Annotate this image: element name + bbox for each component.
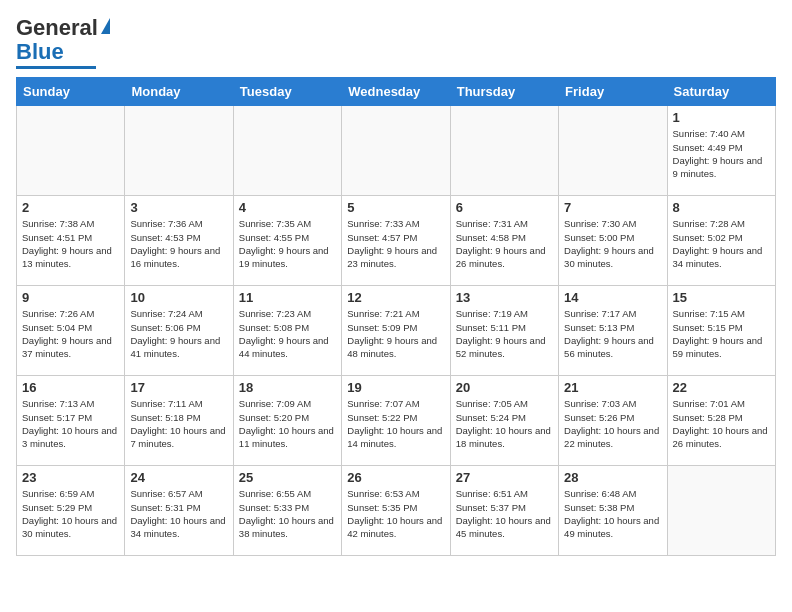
- day-number: 26: [347, 470, 444, 485]
- day-info: Sunrise: 7:38 AM Sunset: 4:51 PM Dayligh…: [22, 217, 119, 270]
- day-number: 10: [130, 290, 227, 305]
- day-number: 23: [22, 470, 119, 485]
- calendar-cell: [667, 466, 775, 556]
- logo: General Blue: [16, 16, 110, 69]
- calendar-cell: 21Sunrise: 7:03 AM Sunset: 5:26 PM Dayli…: [559, 376, 667, 466]
- day-info: Sunrise: 7:30 AM Sunset: 5:00 PM Dayligh…: [564, 217, 661, 270]
- calendar-table: SundayMondayTuesdayWednesdayThursdayFrid…: [16, 77, 776, 556]
- logo-general: General: [16, 16, 98, 40]
- weekday-header-thursday: Thursday: [450, 78, 558, 106]
- calendar-cell: 1Sunrise: 7:40 AM Sunset: 4:49 PM Daylig…: [667, 106, 775, 196]
- day-info: Sunrise: 7:33 AM Sunset: 4:57 PM Dayligh…: [347, 217, 444, 270]
- calendar-cell: 4Sunrise: 7:35 AM Sunset: 4:55 PM Daylig…: [233, 196, 341, 286]
- day-info: Sunrise: 7:13 AM Sunset: 5:17 PM Dayligh…: [22, 397, 119, 450]
- day-number: 3: [130, 200, 227, 215]
- weekday-header-saturday: Saturday: [667, 78, 775, 106]
- day-info: Sunrise: 7:09 AM Sunset: 5:20 PM Dayligh…: [239, 397, 336, 450]
- day-info: Sunrise: 7:23 AM Sunset: 5:08 PM Dayligh…: [239, 307, 336, 360]
- day-number: 27: [456, 470, 553, 485]
- calendar-cell: 26Sunrise: 6:53 AM Sunset: 5:35 PM Dayli…: [342, 466, 450, 556]
- calendar-cell: 13Sunrise: 7:19 AM Sunset: 5:11 PM Dayli…: [450, 286, 558, 376]
- day-info: Sunrise: 6:48 AM Sunset: 5:38 PM Dayligh…: [564, 487, 661, 540]
- day-info: Sunrise: 7:28 AM Sunset: 5:02 PM Dayligh…: [673, 217, 770, 270]
- day-number: 22: [673, 380, 770, 395]
- day-number: 1: [673, 110, 770, 125]
- day-number: 16: [22, 380, 119, 395]
- weekday-header-monday: Monday: [125, 78, 233, 106]
- day-info: Sunrise: 7:40 AM Sunset: 4:49 PM Dayligh…: [673, 127, 770, 180]
- calendar-cell: [559, 106, 667, 196]
- calendar-cell: 16Sunrise: 7:13 AM Sunset: 5:17 PM Dayli…: [17, 376, 125, 466]
- day-number: 15: [673, 290, 770, 305]
- calendar-cell: [342, 106, 450, 196]
- weekday-header-wednesday: Wednesday: [342, 78, 450, 106]
- day-number: 21: [564, 380, 661, 395]
- calendar-cell: 27Sunrise: 6:51 AM Sunset: 5:37 PM Dayli…: [450, 466, 558, 556]
- day-info: Sunrise: 6:51 AM Sunset: 5:37 PM Dayligh…: [456, 487, 553, 540]
- calendar-cell: [125, 106, 233, 196]
- weekday-header-row: SundayMondayTuesdayWednesdayThursdayFrid…: [17, 78, 776, 106]
- day-info: Sunrise: 6:55 AM Sunset: 5:33 PM Dayligh…: [239, 487, 336, 540]
- calendar-cell: 23Sunrise: 6:59 AM Sunset: 5:29 PM Dayli…: [17, 466, 125, 556]
- calendar-cell: 7Sunrise: 7:30 AM Sunset: 5:00 PM Daylig…: [559, 196, 667, 286]
- day-number: 6: [456, 200, 553, 215]
- calendar-cell: 14Sunrise: 7:17 AM Sunset: 5:13 PM Dayli…: [559, 286, 667, 376]
- day-number: 8: [673, 200, 770, 215]
- calendar-week-4: 16Sunrise: 7:13 AM Sunset: 5:17 PM Dayli…: [17, 376, 776, 466]
- logo-underline: [16, 66, 96, 69]
- calendar-cell: 15Sunrise: 7:15 AM Sunset: 5:15 PM Dayli…: [667, 286, 775, 376]
- calendar-cell: 25Sunrise: 6:55 AM Sunset: 5:33 PM Dayli…: [233, 466, 341, 556]
- day-info: Sunrise: 7:17 AM Sunset: 5:13 PM Dayligh…: [564, 307, 661, 360]
- day-number: 18: [239, 380, 336, 395]
- day-number: 11: [239, 290, 336, 305]
- calendar-cell: 3Sunrise: 7:36 AM Sunset: 4:53 PM Daylig…: [125, 196, 233, 286]
- calendar-cell: [450, 106, 558, 196]
- logo-blue: Blue: [16, 40, 64, 64]
- calendar-cell: 20Sunrise: 7:05 AM Sunset: 5:24 PM Dayli…: [450, 376, 558, 466]
- calendar-cell: 22Sunrise: 7:01 AM Sunset: 5:28 PM Dayli…: [667, 376, 775, 466]
- day-info: Sunrise: 6:53 AM Sunset: 5:35 PM Dayligh…: [347, 487, 444, 540]
- calendar-cell: 8Sunrise: 7:28 AM Sunset: 5:02 PM Daylig…: [667, 196, 775, 286]
- day-number: 13: [456, 290, 553, 305]
- calendar-cell: 11Sunrise: 7:23 AM Sunset: 5:08 PM Dayli…: [233, 286, 341, 376]
- day-info: Sunrise: 7:19 AM Sunset: 5:11 PM Dayligh…: [456, 307, 553, 360]
- day-number: 20: [456, 380, 553, 395]
- calendar-week-3: 9Sunrise: 7:26 AM Sunset: 5:04 PM Daylig…: [17, 286, 776, 376]
- calendar-cell: 9Sunrise: 7:26 AM Sunset: 5:04 PM Daylig…: [17, 286, 125, 376]
- day-number: 19: [347, 380, 444, 395]
- day-number: 25: [239, 470, 336, 485]
- day-number: 14: [564, 290, 661, 305]
- day-number: 5: [347, 200, 444, 215]
- day-info: Sunrise: 7:36 AM Sunset: 4:53 PM Dayligh…: [130, 217, 227, 270]
- day-info: Sunrise: 7:05 AM Sunset: 5:24 PM Dayligh…: [456, 397, 553, 450]
- day-number: 7: [564, 200, 661, 215]
- calendar-cell: 2Sunrise: 7:38 AM Sunset: 4:51 PM Daylig…: [17, 196, 125, 286]
- weekday-header-tuesday: Tuesday: [233, 78, 341, 106]
- day-number: 24: [130, 470, 227, 485]
- day-info: Sunrise: 7:11 AM Sunset: 5:18 PM Dayligh…: [130, 397, 227, 450]
- calendar-week-1: 1Sunrise: 7:40 AM Sunset: 4:49 PM Daylig…: [17, 106, 776, 196]
- calendar-cell: 6Sunrise: 7:31 AM Sunset: 4:58 PM Daylig…: [450, 196, 558, 286]
- calendar-cell: 12Sunrise: 7:21 AM Sunset: 5:09 PM Dayli…: [342, 286, 450, 376]
- calendar-cell: 18Sunrise: 7:09 AM Sunset: 5:20 PM Dayli…: [233, 376, 341, 466]
- calendar-cell: 5Sunrise: 7:33 AM Sunset: 4:57 PM Daylig…: [342, 196, 450, 286]
- day-info: Sunrise: 7:15 AM Sunset: 5:15 PM Dayligh…: [673, 307, 770, 360]
- calendar-cell: 19Sunrise: 7:07 AM Sunset: 5:22 PM Dayli…: [342, 376, 450, 466]
- day-info: Sunrise: 7:31 AM Sunset: 4:58 PM Dayligh…: [456, 217, 553, 270]
- day-info: Sunrise: 7:35 AM Sunset: 4:55 PM Dayligh…: [239, 217, 336, 270]
- day-number: 12: [347, 290, 444, 305]
- day-info: Sunrise: 6:59 AM Sunset: 5:29 PM Dayligh…: [22, 487, 119, 540]
- weekday-header-friday: Friday: [559, 78, 667, 106]
- weekday-header-sunday: Sunday: [17, 78, 125, 106]
- calendar-week-2: 2Sunrise: 7:38 AM Sunset: 4:51 PM Daylig…: [17, 196, 776, 286]
- day-info: Sunrise: 7:24 AM Sunset: 5:06 PM Dayligh…: [130, 307, 227, 360]
- day-info: Sunrise: 7:03 AM Sunset: 5:26 PM Dayligh…: [564, 397, 661, 450]
- calendar-cell: [233, 106, 341, 196]
- day-info: Sunrise: 6:57 AM Sunset: 5:31 PM Dayligh…: [130, 487, 227, 540]
- day-info: Sunrise: 7:01 AM Sunset: 5:28 PM Dayligh…: [673, 397, 770, 450]
- calendar-cell: 24Sunrise: 6:57 AM Sunset: 5:31 PM Dayli…: [125, 466, 233, 556]
- day-number: 2: [22, 200, 119, 215]
- day-number: 4: [239, 200, 336, 215]
- page-header: General Blue: [16, 16, 776, 69]
- calendar-cell: 17Sunrise: 7:11 AM Sunset: 5:18 PM Dayli…: [125, 376, 233, 466]
